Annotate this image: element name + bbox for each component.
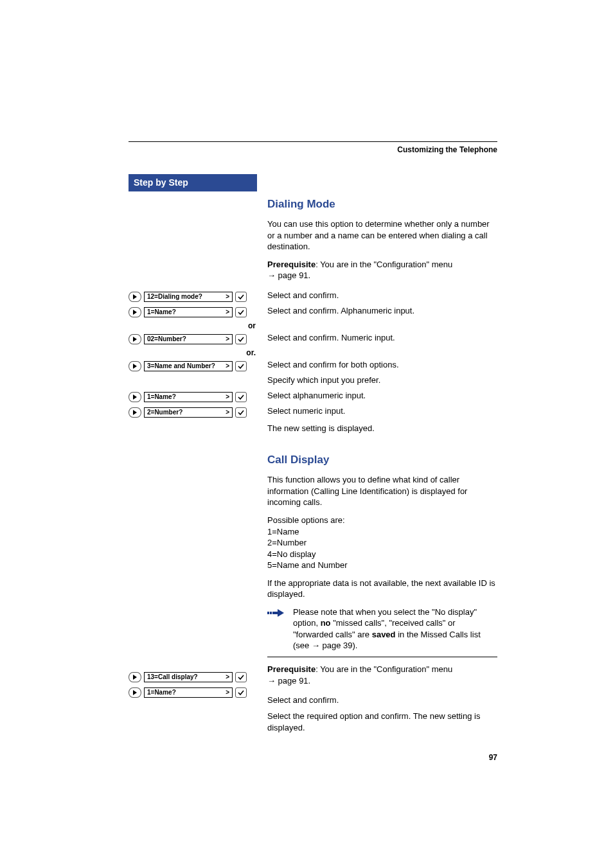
display-text: 13=Call display? xyxy=(147,673,198,682)
telephone-display: 02=Number? > xyxy=(144,334,233,344)
note-text: Please note that when you select the "No… xyxy=(293,607,497,651)
nav-button-icon[interactable] xyxy=(129,334,141,344)
arrow-right-icon: → xyxy=(267,270,276,280)
option-item: 5=Name and Number xyxy=(267,560,348,570)
step-row: 1=Name? > xyxy=(129,685,257,700)
confirm-button-icon[interactable] xyxy=(235,672,247,682)
telephone-display: 1=Name? > xyxy=(144,392,233,402)
display-text: 2=Number? xyxy=(147,408,182,417)
telephone-display: 2=Number? > xyxy=(144,407,233,418)
svg-marker-3 xyxy=(133,364,137,369)
note-bold: saved xyxy=(372,630,396,639)
step-row: 1=Name? > xyxy=(129,389,257,405)
running-header: Customizing the Telephone xyxy=(129,145,497,155)
section-heading-call-display: Call Display xyxy=(267,453,497,468)
nav-button-icon[interactable] xyxy=(129,407,141,418)
step-desc: Select and confirm. xyxy=(267,288,497,303)
calldisplay-prerequisite: Prerequisite: You are in the "Configurat… xyxy=(267,664,497,686)
chevron-right-icon: > xyxy=(226,393,229,402)
confirm-button-icon[interactable] xyxy=(235,687,247,698)
svg-marker-5 xyxy=(133,410,137,415)
options-label: Possible options are: xyxy=(267,515,345,525)
confirm-button-icon[interactable] xyxy=(235,361,247,371)
note-bold: no xyxy=(321,618,331,628)
chevron-right-icon: > xyxy=(226,308,229,317)
display-text: 1=Name? xyxy=(147,393,176,402)
display-text: 1=Name? xyxy=(147,688,176,697)
nav-button-icon[interactable] xyxy=(129,292,141,302)
dialing-intro: You can use this option to determine whe… xyxy=(267,218,497,252)
confirm-button-icon[interactable] xyxy=(235,407,247,418)
step-by-step-banner: Step by Step xyxy=(129,174,257,191)
chevron-right-icon: > xyxy=(226,408,229,417)
nav-button-icon[interactable] xyxy=(129,392,141,402)
svg-marker-1 xyxy=(133,310,137,315)
chevron-right-icon: > xyxy=(226,292,229,301)
step-desc: Select alphanumeric input. xyxy=(267,388,497,403)
note-arrow-icon xyxy=(267,607,287,651)
or-label: or xyxy=(129,320,257,332)
confirm-button-icon[interactable] xyxy=(235,392,247,402)
display-text: 3=Name and Number? xyxy=(147,362,215,371)
step-desc: Select and confirm. Alphanumeric input. xyxy=(267,303,497,319)
svg-marker-4 xyxy=(133,394,137,400)
telephone-display: 12=Dialing mode? > xyxy=(144,292,233,302)
telephone-display: 13=Call display? > xyxy=(144,672,233,682)
prerequisite-label: Prerequisite xyxy=(267,260,315,269)
header-rule xyxy=(129,141,497,142)
nav-button-icon[interactable] xyxy=(129,687,141,698)
prerequisite-label: Prerequisite xyxy=(267,664,315,674)
step-desc: Select and confirm for both options. xyxy=(267,357,497,373)
confirm-button-icon[interactable] xyxy=(235,334,247,344)
chevron-right-icon: > xyxy=(226,362,229,371)
page-ref: page 91. xyxy=(276,270,310,280)
chevron-right-icon: > xyxy=(226,688,229,697)
step-desc: Select the required option and confirm. … xyxy=(267,708,497,733)
chevron-right-icon: > xyxy=(226,673,229,682)
arrow-right-icon: → xyxy=(267,676,276,686)
page-ref: page 39). xyxy=(320,641,358,650)
step-desc: Select numeric input. xyxy=(267,403,497,419)
section-heading-dialing-mode: Dialing Mode xyxy=(267,197,497,212)
steps-column: Step by Step 12=Dialing mode? > 1=Name? … xyxy=(129,174,257,733)
display-text: 12=Dialing mode? xyxy=(147,292,202,301)
option-item: 2=Number xyxy=(267,538,306,547)
nav-button-icon[interactable] xyxy=(129,307,141,317)
telephone-display: 1=Name? > xyxy=(144,687,233,698)
chevron-right-icon: > xyxy=(226,335,229,344)
nav-button-icon[interactable] xyxy=(129,672,141,682)
prerequisite-text: : You are in the "Configuration" menu xyxy=(315,664,452,674)
svg-marker-6 xyxy=(133,675,137,680)
dialing-prerequisite: Prerequisite: You are in the "Configurat… xyxy=(267,259,497,281)
display-text: 02=Number? xyxy=(147,335,186,344)
step-row: 02=Number? > xyxy=(129,332,257,347)
page-ref: page 91. xyxy=(276,676,310,686)
svg-marker-0 xyxy=(133,294,137,299)
telephone-display: 1=Name? > xyxy=(144,307,233,317)
step-desc: Select and confirm. Numeric input. xyxy=(267,330,497,346)
step-row: 2=Number? > xyxy=(129,405,257,420)
svg-rect-8 xyxy=(267,612,269,614)
or-label: or. xyxy=(129,347,257,359)
step-row: 12=Dialing mode? > xyxy=(129,289,257,305)
calldisplay-fallback: If the appropriate data is not available… xyxy=(267,578,497,600)
step-desc: Select and confirm. xyxy=(267,693,497,708)
arrow-right-icon: → xyxy=(312,641,320,650)
page-number: 97 xyxy=(129,752,497,763)
confirm-button-icon[interactable] xyxy=(235,307,247,317)
calldisplay-options: Possible options are: 1=Name 2=Number 4=… xyxy=(267,515,497,571)
step-row: 1=Name? > xyxy=(129,305,257,320)
option-item: 4=No display xyxy=(267,549,316,559)
svg-rect-9 xyxy=(270,612,272,614)
prerequisite-text: : You are in the "Configuration" menu xyxy=(315,260,452,269)
step-row: 13=Call display? > xyxy=(129,669,257,685)
telephone-display: 3=Name and Number? > xyxy=(144,361,233,371)
nav-button-icon[interactable] xyxy=(129,361,141,371)
option-item: 1=Name xyxy=(267,527,299,536)
step-desc: Specify which input you prefer. xyxy=(267,373,497,388)
svg-rect-10 xyxy=(272,612,278,614)
svg-marker-2 xyxy=(133,337,137,342)
body-column: Dialing Mode You can use this option to … xyxy=(267,174,497,733)
note-box: Please note that when you select the "No… xyxy=(267,607,497,657)
confirm-button-icon[interactable] xyxy=(235,292,247,302)
